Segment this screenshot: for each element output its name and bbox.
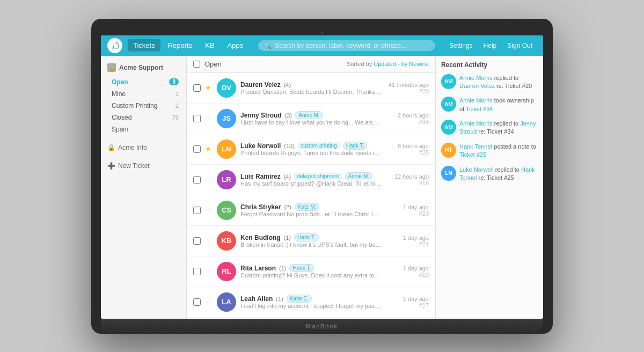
- activity-actor[interactable]: Annie Morris: [459, 97, 493, 104]
- laptop-base: MacBook: [101, 319, 543, 334]
- search-bar[interactable]: 🔍: [258, 40, 435, 51]
- ticket-name: Leah Allen: [240, 295, 273, 303]
- ticket-subject-bold: I can't log into my account: [240, 303, 309, 309]
- ticket-avatar: CS: [217, 201, 236, 220]
- ticket-star[interactable]: ☆: [205, 175, 213, 184]
- activity-actor[interactable]: Annie Morris: [459, 120, 493, 127]
- sidebar-count-closed: 79: [172, 114, 179, 121]
- search-input[interactable]: [275, 42, 430, 49]
- activity-panel: Recent Activity AM Annie Morris replied …: [436, 56, 543, 319]
- ticket-checkbox[interactable]: [193, 176, 201, 184]
- activity-actor[interactable]: Hank Tennel: [459, 143, 492, 150]
- ticket-id: #23: [386, 210, 429, 217]
- sidebar-item-spam[interactable]: Spam: [101, 123, 186, 135]
- ticket-star[interactable]: ☆: [205, 267, 213, 275]
- tickets-sort-link[interactable]: Updated - by Newest: [374, 61, 429, 67]
- ticket-preview: Has my surf board shipped? @Hank Great, …: [240, 180, 382, 187]
- ticket-row[interactable]: ☆ JS Jenny Stroud (3) Annie M. I just ha…: [187, 104, 435, 134]
- activity-avatar: AM: [441, 97, 456, 112]
- activity-actor[interactable]: Annie Morris: [459, 75, 493, 81]
- ticket-preview: I can't log into my account I suspect I …: [240, 303, 382, 309]
- ticket-star[interactable]: ☆: [205, 206, 213, 214]
- ticket-name-row: Luis Ramirez (4) delayed shipment Annie …: [240, 172, 382, 180]
- ticket-star[interactable]: ☆: [205, 237, 213, 245]
- ticket-time: 1 day ago: [386, 204, 429, 210]
- tickets-sort: Sorted by Updated - by Newest: [347, 61, 429, 67]
- sidebar-item-mine[interactable]: Mine 2: [101, 88, 186, 100]
- ticket-name-row: Dauren Velez (4): [240, 81, 382, 89]
- ticket-id: #17: [386, 302, 429, 309]
- select-all-checkbox[interactable]: [193, 61, 200, 68]
- laptop-frame: Tickets Reports KB Apps 🔍 Settings Help …: [91, 19, 553, 334]
- ticket-row[interactable]: ☆ CS Chris Stryker (2) Kate M. Forgot Pa…: [187, 195, 435, 226]
- ticket-checkbox[interactable]: [193, 115, 201, 122]
- activity-text: Luke Norwell replied to Hank Tennel re: …: [459, 166, 538, 182]
- ticket-assignee: Hank T.: [294, 233, 319, 241]
- ticket-meta: 1 day ago #17: [386, 296, 429, 309]
- nav-signout[interactable]: Sign Out: [503, 40, 537, 52]
- nav-help[interactable]: Help: [479, 40, 501, 52]
- activity-actor[interactable]: Luke Norwell: [459, 166, 494, 173]
- activity-text: Annie Morris took ownership of Ticket #3…: [459, 97, 538, 113]
- activity-item: AM Annie Morris replied to Jenny Stroud …: [441, 120, 538, 136]
- activity-text: Annie Morris replied to Jenny Stroud re:…: [459, 120, 538, 136]
- ticket-checkbox[interactable]: [193, 298, 201, 306]
- webcam: [101, 28, 543, 35]
- ticket-row[interactable]: ☆ KB Ken Budlong (1) Hank T. Broken in t…: [187, 226, 435, 256]
- ticket-meta: 1 day ago #21: [386, 234, 429, 247]
- ticket-row[interactable]: ☆ LA Leah Allen (1) Katie C. I can't log…: [187, 287, 435, 318]
- ticket-assignee: Katie C.: [287, 295, 312, 303]
- ticket-checkbox[interactable]: [193, 207, 201, 214]
- ticket-assignee: Hank T.: [289, 264, 314, 272]
- nav-reports[interactable]: Reports: [163, 39, 198, 52]
- sidebar-item-open[interactable]: Open 8: [101, 76, 186, 88]
- ticket-checkbox[interactable]: [193, 145, 201, 153]
- ticket-count: (10): [284, 143, 295, 149]
- activity-target[interactable]: Ticket #34: [466, 106, 493, 112]
- ticket-subject-bold: Custom printing?: [240, 272, 285, 278]
- ticket-star[interactable]: ☆: [205, 298, 213, 306]
- sidebar-new-ticket[interactable]: ➕ New Ticket: [101, 160, 186, 172]
- sidebar-acme-info[interactable]: 🔒 Acme Info: [101, 142, 186, 153]
- ticket-name: Chris Stryker: [240, 203, 281, 211]
- sidebar-section-label-info: Acme Info: [118, 144, 147, 151]
- ticket-subject-bold: Has my surf board shipped?: [240, 180, 314, 187]
- nav-settings[interactable]: Settings: [445, 40, 477, 52]
- ticket-body: Luis Ramirez (4) delayed shipment Annie …: [240, 172, 382, 187]
- ticket-row[interactable]: ☆ RL Rita Larson (1) Hank T. Custom prin…: [187, 256, 435, 287]
- ticket-subject-bold: Broken in transit: [240, 241, 283, 248]
- ticket-meta: 12 hours ago #18: [386, 173, 429, 186]
- nav-kb[interactable]: KB: [200, 39, 219, 52]
- new-ticket-icon: ➕: [107, 162, 115, 170]
- tickets-panel: Open Sorted by Updated - by Newest ★ DV …: [187, 56, 436, 319]
- activity-target[interactable]: Dauren Velez: [459, 83, 495, 89]
- ticket-time: 41 minutes ago: [386, 82, 429, 88]
- ticket-subject-bold: Printed boards: [240, 150, 279, 156]
- ticket-star[interactable]: ☆: [205, 114, 213, 122]
- ticket-checkbox[interactable]: [193, 237, 201, 245]
- ticket-star[interactable]: ★: [205, 145, 213, 153]
- nav-apps[interactable]: Apps: [222, 39, 249, 52]
- activity-target[interactable]: Ticket #25: [459, 151, 486, 158]
- sidebar-item-label-spam: Spam: [112, 126, 128, 133]
- sidebar-item-closed[interactable]: Closed 79: [101, 112, 186, 123]
- ticket-time: 1 day ago: [386, 296, 429, 302]
- ticket-preview: Broken in transit :( I know it's UPS's f…: [240, 241, 382, 248]
- ticket-checkbox[interactable]: [193, 84, 201, 92]
- ticket-row[interactable]: ★ LN Luke Norwoll (10) custom printing H…: [187, 134, 435, 165]
- ticket-checkbox[interactable]: [193, 268, 201, 275]
- ticket-assignee: Annie M.: [345, 172, 372, 180]
- ticket-subject-bold: Forgot Password: [240, 211, 285, 217]
- ticket-row[interactable]: ★ DV Dauren Velez (4) Product Question: …: [187, 73, 435, 104]
- ticket-star[interactable]: ★: [205, 84, 213, 92]
- activity-item: LN Luke Norwell replied to Hank Tennel r…: [441, 166, 538, 182]
- tickets-status-label: Open: [204, 60, 222, 68]
- activity-item: HT Hank Tennel posted a note to Ticket #…: [441, 143, 538, 159]
- activity-item: AM Annie Morris took ownership of Ticket…: [441, 97, 538, 113]
- org-icon: 🔒: [107, 63, 116, 72]
- sidebar-item-custom[interactable]: Custom Printing 2: [101, 100, 186, 112]
- ticket-id: #25: [386, 149, 429, 156]
- sidebar: 🔒 Acme Support Open 8 Mine 2 Custom Prin…: [101, 56, 187, 319]
- nav-tickets[interactable]: Tickets: [128, 39, 160, 52]
- ticket-row[interactable]: ☆ LR Luis Ramirez (4) delayed shipment A…: [187, 165, 435, 195]
